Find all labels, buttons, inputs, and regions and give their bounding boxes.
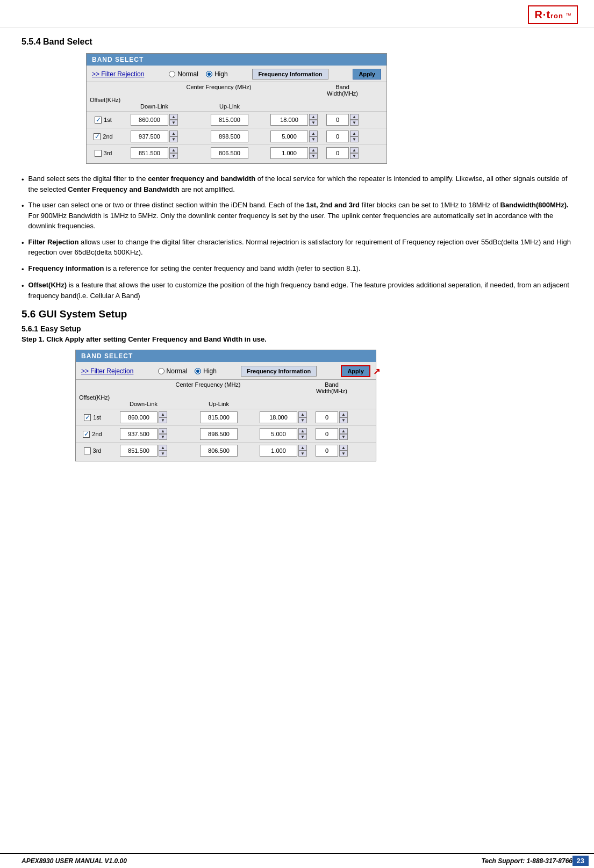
downlink-input-1st-2[interactable] (120, 411, 158, 423)
radio-normal-2[interactable]: Normal (158, 367, 188, 375)
offset-spin-down-2nd-1[interactable]: ▼ (350, 136, 359, 142)
downlink-spin-down-1st-2[interactable]: ▼ (159, 417, 167, 423)
bw-spin-up-1st-2[interactable]: ▲ (298, 411, 307, 417)
downlink-input-2nd-1[interactable] (131, 131, 168, 142)
offset-input-2nd-1[interactable] (326, 131, 349, 142)
offset-spin-1st-2: ▲ ▼ (339, 411, 348, 423)
offset-spin-up-1st-2[interactable]: ▲ (339, 411, 348, 417)
downlink-spin-down-1st-1[interactable]: ▼ (169, 120, 178, 126)
bw-spin-down-1st-2[interactable]: ▼ (298, 417, 307, 423)
checkbox-1st-1[interactable] (95, 117, 102, 124)
bw-spin-up-3rd-1[interactable]: ▲ (309, 147, 318, 153)
downlink-spin-up-2nd-2[interactable]: ▲ (159, 428, 167, 434)
freq-info-button-1[interactable]: Frequency Information (252, 69, 328, 79)
downlink-spin-1st-2: ▲ ▼ (159, 411, 167, 423)
checkbox-3rd-2[interactable] (84, 447, 91, 454)
bullet-text-3: Filter Rejection allows user to change t… (28, 237, 572, 258)
bw-spin-up-3rd-2[interactable]: ▲ (298, 445, 307, 451)
bw-spin-up-1st-1[interactable]: ▲ (309, 114, 318, 120)
row-2nd-uplink-cell-1 (192, 131, 267, 142)
checkbox-3rd-1[interactable] (95, 150, 102, 157)
offset-spin-down-1st-2[interactable]: ▼ (339, 417, 348, 423)
uplink-input-1st-1[interactable] (211, 114, 248, 126)
filter-rejection-label-1[interactable]: >> Filter Rejection (92, 70, 144, 78)
filter-rejection-label-2[interactable]: >> Filter Rejection (81, 367, 133, 375)
offset-input-3rd-1[interactable] (326, 147, 349, 159)
offset-spin-up-2nd-2[interactable]: ▲ (339, 428, 348, 434)
checkbox-1st-2[interactable] (84, 414, 91, 421)
bullet-5: • Offset(KHz) is a feature that allows t… (22, 280, 572, 301)
downlink-spin-up-2nd-1[interactable]: ▲ (169, 131, 178, 136)
bw-input-3rd-1[interactable] (270, 147, 308, 159)
row-3rd-offset-cell-1: ▲ ▼ (321, 147, 364, 159)
downlink-input-3rd-1[interactable] (131, 147, 168, 159)
radio-normal-1[interactable]: Normal (169, 70, 198, 78)
offset-spin-down-1st-1[interactable]: ▼ (350, 120, 359, 126)
bullet-3: • Filter Rejection allows user to change… (22, 237, 572, 258)
row-3rd-uplink-cell-2 (181, 445, 256, 457)
bw-spin-down-3rd-2[interactable]: ▼ (298, 451, 307, 457)
empty-col (90, 84, 117, 97)
offset-spin-up-1st-1[interactable]: ▲ (350, 114, 359, 120)
downlink-spin-up-1st-2[interactable]: ▲ (159, 411, 167, 417)
bw-spin-down-2nd-1[interactable]: ▼ (309, 136, 318, 142)
uplink-input-3rd-2[interactable] (200, 445, 238, 457)
downlink-spin-down-3rd-1[interactable]: ▼ (169, 153, 178, 159)
offset-input-1st-2[interactable] (316, 411, 338, 423)
table-subheader-row-2: Down-Link Up-Link (76, 401, 376, 409)
row-2nd-downlink-cell-1: ▲ ▼ (117, 131, 192, 142)
row-1st-bw-cell-1: ▲ ▼ (267, 114, 321, 126)
checkbox-2nd-1[interactable] (94, 133, 101, 140)
bw-input-2nd-2[interactable] (260, 428, 297, 440)
offset-input-1st-1[interactable] (326, 114, 349, 126)
bw-spin-up-2nd-2[interactable]: ▲ (298, 428, 307, 434)
downlink-spin-down-3rd-2[interactable]: ▼ (159, 451, 167, 457)
bw-input-1st-2[interactable] (260, 411, 297, 423)
uplink-input-2nd-2[interactable] (200, 428, 238, 440)
downlink-input-3rd-2[interactable] (120, 445, 158, 457)
downlink-input-2nd-2[interactable] (120, 428, 158, 440)
apply-button-1[interactable]: Apply (353, 69, 381, 79)
radio-high-2[interactable]: High (195, 367, 217, 375)
radio-high-1[interactable]: High (206, 70, 228, 78)
bw-input-1st-1[interactable] (270, 114, 308, 126)
offset-spin-down-2nd-2[interactable]: ▼ (339, 434, 348, 440)
uplink-input-1st-2[interactable] (200, 411, 238, 423)
section-56-heading: 5.6 GUI System Setup (22, 308, 572, 320)
apply-button-container-2: Apply ↗ (341, 365, 370, 377)
checkbox-2nd-2[interactable] (83, 431, 90, 438)
logo-text: R·tron (534, 9, 563, 21)
row-1st-check-cell-2: 1st (79, 414, 106, 421)
bw-spin-down-1st-1[interactable]: ▼ (309, 120, 318, 126)
offset-spin-down-3rd-2[interactable]: ▼ (339, 451, 348, 457)
offset-spin-up-3rd-2[interactable]: ▲ (339, 445, 348, 451)
empty-col4 (321, 103, 364, 110)
uplink-input-2nd-1[interactable] (211, 131, 248, 142)
offset-input-3rd-2[interactable] (316, 445, 338, 457)
downlink-spin-down-2nd-2[interactable]: ▼ (159, 434, 167, 440)
offset-input-group-1st-1: ▲ ▼ (326, 114, 359, 126)
band-select-panel-1: BAND SELECT >> Filter Rejection Normal H… (86, 53, 387, 164)
downlink-spin-up-1st-1[interactable]: ▲ (169, 114, 178, 120)
panel-top-row-1: >> Filter Rejection Normal High Frequenc… (87, 66, 387, 82)
bullet-4: • Frequency information is a reference f… (22, 263, 572, 275)
offset-spin-2nd-2: ▲ ▼ (339, 428, 348, 440)
bw-input-2nd-1[interactable] (270, 131, 308, 142)
apply-button-2[interactable]: Apply (341, 365, 370, 377)
bw-input-3rd-2[interactable] (260, 445, 297, 457)
row-1st-label-1: 1st (104, 117, 112, 123)
downlink-input-1st-1[interactable] (131, 114, 168, 126)
uplink-input-3rd-1[interactable] (211, 147, 248, 159)
downlink-spin-up-3rd-1[interactable]: ▲ (169, 147, 178, 153)
offset-input-2nd-2[interactable] (316, 428, 338, 440)
bw-spin-down-3rd-1[interactable]: ▼ (309, 153, 318, 159)
offset-spin-down-3rd-1[interactable]: ▼ (350, 153, 359, 159)
offset-spin-up-3rd-1[interactable]: ▲ (350, 147, 359, 153)
bw-spin-down-2nd-2[interactable]: ▼ (298, 434, 307, 440)
offset-spin-up-2nd-1[interactable]: ▲ (350, 131, 359, 136)
bullet-dot-3: • (22, 238, 24, 258)
freq-info-button-2[interactable]: Frequency Information (241, 366, 317, 377)
downlink-spin-up-3rd-2[interactable]: ▲ (159, 445, 167, 451)
bw-spin-up-2nd-1[interactable]: ▲ (309, 131, 318, 136)
downlink-spin-down-2nd-1[interactable]: ▼ (169, 136, 178, 142)
